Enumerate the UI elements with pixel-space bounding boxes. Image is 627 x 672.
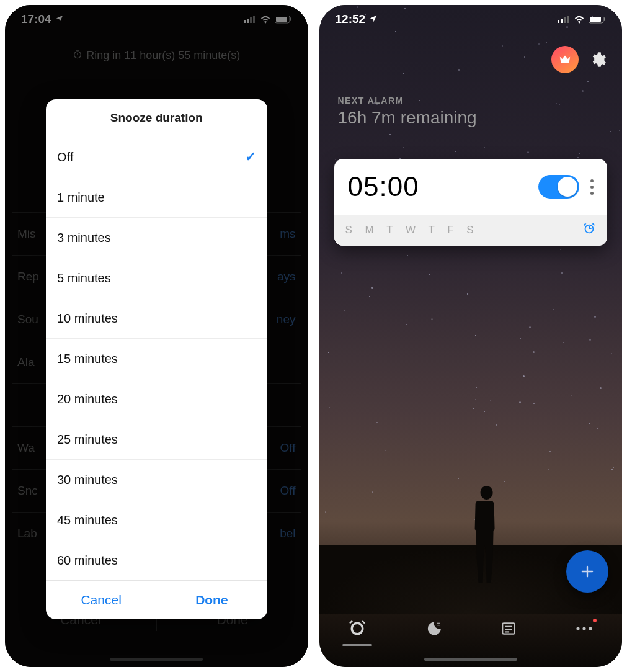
snooze-option-label: 10 minutes: [57, 311, 118, 326]
svg-point-23: [589, 627, 592, 630]
snooze-option[interactable]: 15 minutes: [46, 339, 267, 379]
svg-rect-0: [244, 20, 246, 23]
svg-rect-16: [604, 17, 605, 21]
snooze-option[interactable]: 10 minutes: [46, 298, 267, 339]
next-alarm-block: NEXT ALARM 16h 7m remaining: [338, 96, 477, 128]
snooze-option-label: 5 minutes: [57, 271, 111, 285]
svg-rect-1: [247, 19, 249, 23]
snooze-option-label: Off: [57, 150, 73, 164]
sheet-title: Snooze duration: [46, 99, 267, 137]
status-bar: 12:52: [319, 5, 623, 34]
premium-button[interactable]: [551, 46, 579, 73]
svg-rect-10: [558, 20, 559, 23]
snooze-option[interactable]: 60 minutes: [46, 540, 267, 580]
snooze-duration-sheet: Snooze duration Off✓1 minute3 minutes5 m…: [46, 99, 267, 619]
check-icon: ✓: [245, 149, 256, 165]
sheet-options-list: Off✓1 minute3 minutes5 minutes10 minutes…: [46, 137, 267, 580]
settings-button[interactable]: [586, 48, 610, 71]
tab-news[interactable]: [490, 616, 527, 641]
wifi-icon: [260, 16, 271, 24]
phone-snooze-settings: 17:04 Ring in 11 hour(s) 55 minute(s) Mi…: [5, 5, 308, 667]
snooze-option[interactable]: Off✓: [46, 137, 267, 177]
tab-sleep[interactable]: [414, 616, 451, 641]
svg-rect-13: [567, 16, 569, 23]
alarm-toggle[interactable]: [538, 175, 579, 199]
gear-icon: [589, 51, 607, 68]
snooze-option[interactable]: 20 minutes: [46, 379, 267, 419]
snooze-option[interactable]: 5 minutes: [46, 258, 267, 298]
news-icon: [500, 620, 517, 637]
sheet-actions: Cancel Done: [46, 580, 267, 619]
next-alarm-label: NEXT ALARM: [338, 96, 477, 105]
plus-icon: [579, 563, 596, 580]
snooze-option-label: 30 minutes: [57, 473, 118, 487]
svg-rect-12: [564, 17, 566, 23]
cellular-icon: [244, 16, 256, 23]
snooze-option[interactable]: 45 minutes: [46, 500, 267, 540]
next-alarm-value: 16h 7m remaining: [338, 108, 477, 128]
snooze-option-label: 60 minutes: [57, 553, 118, 568]
snooze-option[interactable]: 3 minutes: [46, 218, 267, 258]
alarm-days: S M T W T F S: [345, 224, 479, 236]
status-time: 17:04: [21, 12, 51, 26]
alarm-more-button[interactable]: [588, 179, 596, 195]
svg-rect-15: [590, 17, 601, 22]
snooze-option-label: 45 minutes: [57, 513, 118, 527]
tab-alarms[interactable]: [339, 616, 376, 641]
cellular-icon: [558, 16, 570, 23]
alarm-tab-icon: [349, 620, 366, 637]
snooze-option-label: 20 minutes: [57, 392, 118, 406]
svg-rect-11: [561, 19, 563, 23]
snooze-option-label: 25 minutes: [57, 432, 118, 447]
svg-rect-5: [276, 17, 287, 22]
svg-point-22: [582, 627, 585, 630]
crown-icon: [558, 53, 572, 66]
wifi-icon: [574, 16, 585, 24]
snooze-option-label: 1 minute: [57, 190, 105, 205]
alarm-clock-icon: [582, 222, 596, 238]
tab-more[interactable]: [566, 616, 603, 641]
svg-rect-6: [290, 17, 291, 21]
battery-icon: [275, 16, 292, 24]
notification-dot: [593, 619, 597, 622]
snooze-option[interactable]: 25 minutes: [46, 419, 267, 460]
alarm-time: 05:00: [348, 171, 530, 202]
sheet-cancel-button[interactable]: Cancel: [46, 581, 156, 619]
location-icon: [55, 12, 64, 26]
add-alarm-button[interactable]: [566, 550, 608, 593]
snooze-option[interactable]: 30 minutes: [46, 460, 267, 500]
svg-rect-2: [250, 17, 252, 23]
svg-point-21: [576, 627, 579, 630]
location-icon: [369, 12, 378, 26]
status-bar: 17:04: [5, 5, 308, 34]
snooze-option-label: 3 minutes: [57, 231, 111, 245]
moon-icon: [424, 620, 442, 637]
status-time: 12:52: [336, 12, 366, 26]
svg-rect-3: [253, 16, 255, 23]
phone-alarm-home: 12:52 NEXT ALARM 16h 7m remaining: [319, 5, 623, 667]
alarm-card[interactable]: 05:00 S M T W T F S: [334, 159, 608, 246]
home-indicator[interactable]: [424, 658, 517, 661]
sheet-done-button[interactable]: Done: [156, 581, 267, 619]
snooze-option-label: 15 minutes: [57, 352, 118, 366]
battery-icon: [589, 16, 606, 24]
more-icon: [575, 625, 594, 632]
snooze-option[interactable]: 1 minute: [46, 177, 267, 218]
tab-bar: [319, 611, 623, 646]
person-silhouette: [465, 481, 509, 586]
